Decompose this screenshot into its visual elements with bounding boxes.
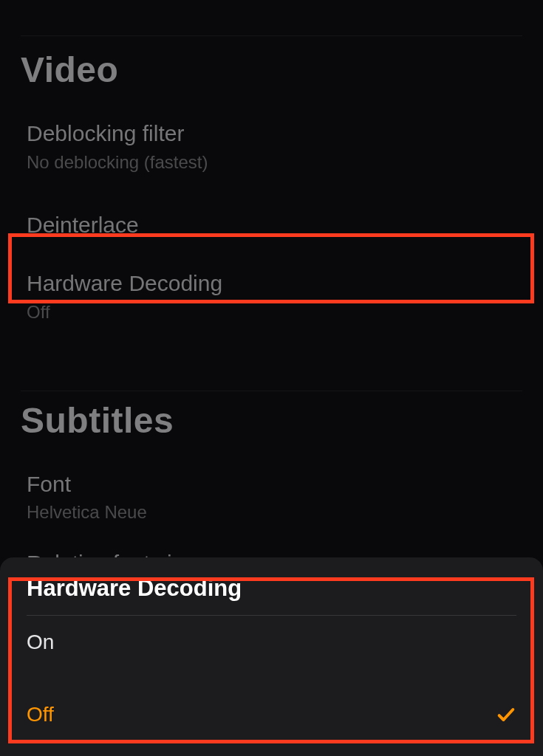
setting-row-font[interactable]: Font Helvetica Neue (0, 461, 543, 538)
setting-row-deblocking[interactable]: Deblocking filter No deblocking (fastest… (0, 111, 543, 188)
section-header-video: Video (0, 36, 543, 111)
setting-value: No deblocking (fastest) (27, 152, 516, 173)
sheet-option-on[interactable]: On (27, 616, 516, 688)
setting-value: Off (27, 302, 516, 323)
setting-title: Deblocking filter (27, 120, 516, 148)
section-divider (21, 35, 522, 36)
setting-row-hardware-decoding[interactable]: Hardware Decoding Off (0, 262, 543, 337)
sheet-option-label: On (27, 630, 54, 654)
setting-value: Helvetica Neue (27, 502, 516, 523)
sheet-divider (27, 615, 516, 616)
sheet-title: Hardware Decoding (27, 575, 516, 615)
action-sheet-hardware-decoding[interactable]: Hardware Decoding On Off (0, 557, 543, 756)
section-divider (21, 391, 522, 391)
setting-title: Deinterlace (27, 204, 516, 247)
checkmark-icon (496, 704, 516, 725)
sheet-option-label: Off (27, 703, 54, 726)
section-header-subtitles: Subtitles (0, 387, 543, 461)
sheet-option-off[interactable]: Off (27, 688, 516, 734)
setting-title: Font (27, 470, 516, 498)
setting-title: Hardware Decoding (27, 269, 516, 298)
setting-row-deinterlace[interactable]: Deinterlace (0, 188, 543, 263)
